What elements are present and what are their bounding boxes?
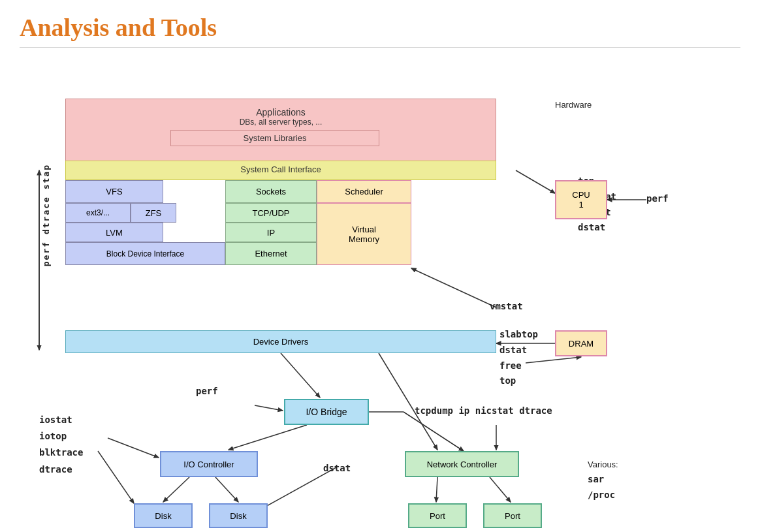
io-bridge-box: I/O Bridge (284, 399, 369, 425)
iostat-label: iostat iotop blktrace dtrace (39, 412, 83, 478)
various-label: Various: sar /proc (588, 458, 618, 503)
page-title: Analysis and Tools (20, 13, 740, 42)
network-controller-box: Network Controller (405, 451, 519, 477)
vmstat-label: vmstat (490, 301, 523, 311)
svg-line-22 (98, 451, 134, 503)
applications-text: Applications DBs, all server types, ... … (66, 99, 496, 146)
hardware-label: Hardware (555, 100, 592, 110)
syscall-text: System Call Interface (66, 161, 496, 174)
device-drivers-block: Device Drivers (65, 330, 496, 353)
port2-box: Port (483, 503, 542, 528)
tcpdump-label: tcpdump ip nicstat dtrace (415, 405, 552, 416)
svg-line-13 (163, 477, 189, 502)
ext3-block: ext3/... (65, 203, 131, 223)
disk2-box: Disk (209, 503, 268, 528)
title-divider (20, 47, 740, 48)
svg-line-16 (436, 477, 437, 502)
svg-line-7 (411, 268, 496, 307)
diagram-area: Operating System Hardware strace netstat… (20, 59, 738, 516)
svg-line-11 (281, 353, 320, 398)
syscall-layer: System Call Interface (65, 161, 496, 180)
vfs-block: VFS (65, 180, 163, 203)
applications-layer: Applications DBs, all server types, ... … (65, 99, 496, 164)
dram-box: DRAM (555, 330, 607, 356)
disk1-box: Disk (134, 503, 193, 528)
tcpudp-block: TCP/UDP (225, 203, 317, 223)
svg-line-14 (215, 477, 238, 502)
svg-line-15 (379, 353, 437, 450)
svg-line-17 (490, 477, 511, 502)
cpu-box: CPU 1 (555, 180, 607, 219)
dstat-disk-label: dstat (323, 463, 351, 473)
lvm-block: LVM (65, 223, 163, 242)
io-controller-box: I/O Controller (160, 451, 258, 477)
ethernet-block: Ethernet (225, 242, 317, 265)
port1-box: Port (408, 503, 467, 528)
perf-left-label: perf (196, 386, 218, 396)
virtual-memory-block: Virtual Memory (317, 203, 411, 265)
slabtop-label: slabtop dstat free top (499, 327, 538, 389)
sockets-block: Sockets (225, 180, 317, 203)
perf-right-label: perf (646, 193, 669, 204)
svg-line-19 (404, 412, 464, 451)
vertical-tools-label: perf dtrace stap (26, 164, 65, 360)
zfs-block: ZFS (131, 203, 176, 223)
svg-line-21 (108, 438, 159, 458)
ip-block: IP (225, 223, 317, 242)
bdi-block: Block Device Interface (65, 242, 225, 265)
svg-line-20 (255, 405, 283, 411)
svg-line-6 (516, 170, 555, 193)
scheduler-block: Scheduler (317, 180, 411, 203)
svg-line-12 (229, 425, 307, 450)
